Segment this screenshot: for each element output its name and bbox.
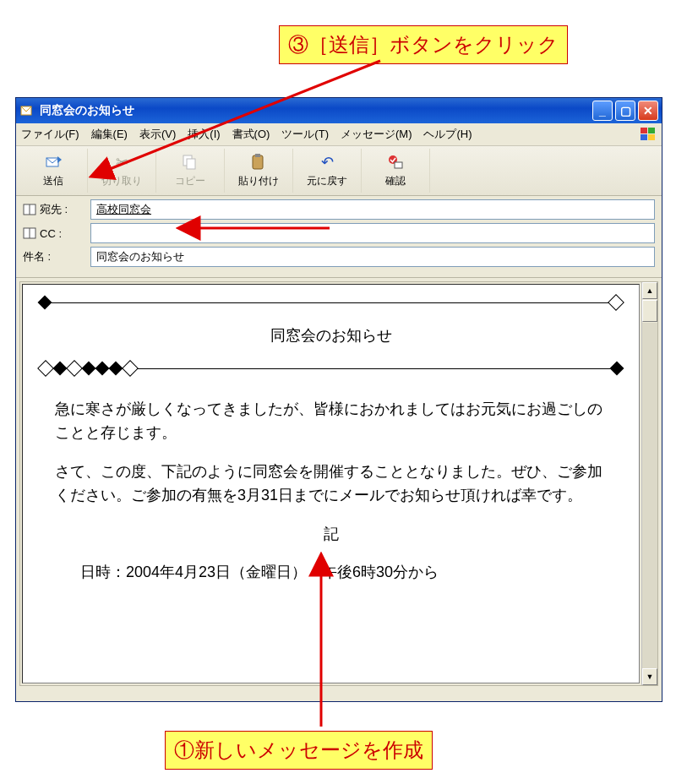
svg-rect-4 — [648, 134, 655, 140]
cut-label: 切り取り — [101, 174, 142, 188]
svg-rect-9 — [255, 154, 260, 157]
header-fields: 宛先 : 高校同窓会 CC : 件名 : 同窓会のお知らせ — [16, 196, 662, 278]
send-button[interactable]: 送信 — [19, 149, 88, 193]
undo-button[interactable]: ↶ 元に戻す — [293, 149, 362, 193]
subject-label: 件名 : — [23, 249, 90, 264]
copy-icon — [181, 153, 199, 172]
cc-label[interactable]: CC : — [23, 227, 90, 240]
vertical-scrollbar[interactable]: ▲ ▼ — [641, 282, 657, 685]
compose-window: 同窓会のお知らせ _ ▢ ✕ ファイル(F) 編集(E) 表示(V) 挿入(I)… — [15, 97, 662, 702]
cc-input[interactable] — [90, 223, 655, 243]
body-title: 同窓会のお知らせ — [38, 325, 624, 346]
statusbar — [16, 689, 662, 701]
menu-edit[interactable]: 編集(E) — [91, 127, 128, 142]
menu-message[interactable]: メッセージ(M) — [341, 127, 412, 142]
paste-button[interactable]: 貼り付け — [225, 149, 293, 193]
scroll-down-button[interactable]: ▼ — [642, 668, 657, 685]
menu-tools[interactable]: ツール(T) — [281, 127, 329, 142]
message-body[interactable]: 同窓会のお知らせ 急に寒さが厳しくなってきましたが、皆様におかれましてはお元気に… — [22, 284, 640, 683]
cut-button[interactable]: ✂ 切り取り — [88, 149, 156, 193]
windows-flag-icon — [640, 127, 657, 142]
svg-rect-3 — [641, 134, 647, 140]
copy-button[interactable]: コピー — [156, 149, 225, 193]
to-input[interactable]: 高校同窓会 — [90, 199, 655, 220]
window-title: 同窓会のお知らせ — [40, 103, 592, 118]
body-text: 急に寒さが厳しくなってきましたが、皆様におかれましてはお元気にお過ごしのことと存… — [38, 398, 624, 585]
subject-input[interactable]: 同窓会のお知らせ — [90, 247, 655, 267]
check-label: 確認 — [385, 174, 406, 188]
toolbar: 送信 ✂ 切り取り コピー 貼り付け ↶ 元に戻す — [16, 146, 662, 196]
maximize-button[interactable]: ▢ — [615, 101, 635, 121]
divider-top — [38, 297, 624, 308]
check-button[interactable]: 確認 — [362, 149, 430, 193]
menu-help[interactable]: ヘルプ(H) — [423, 127, 472, 142]
scroll-thumb[interactable] — [642, 300, 657, 322]
scroll-up-button[interactable]: ▲ — [642, 282, 657, 299]
address-book-icon — [23, 204, 36, 215]
svg-rect-1 — [641, 128, 647, 133]
copy-label: コピー — [175, 174, 205, 188]
paste-icon — [249, 153, 268, 172]
to-label[interactable]: 宛先 : — [23, 202, 90, 217]
menubar: ファイル(F) 編集(E) 表示(V) 挿入(I) 書式(O) ツール(T) メ… — [16, 123, 662, 146]
window-icon — [19, 103, 35, 118]
menu-file[interactable]: ファイル(F) — [21, 127, 79, 142]
send-icon — [44, 153, 63, 172]
paste-label: 貼り付け — [238, 174, 279, 188]
close-button[interactable]: ✕ — [638, 101, 658, 121]
svg-rect-7 — [187, 159, 195, 169]
send-label: 送信 — [43, 174, 63, 188]
divider-deco — [38, 362, 624, 374]
menu-insert[interactable]: 挿入(I) — [188, 127, 220, 142]
titlebar: 同窓会のお知らせ _ ▢ ✕ — [16, 98, 662, 123]
undo-icon: ↶ — [318, 153, 336, 172]
callout-step1: ①新しいメッセージを作成 — [165, 731, 433, 770]
svg-rect-8 — [253, 155, 263, 169]
menu-format[interactable]: 書式(O) — [232, 127, 270, 142]
svg-rect-11 — [395, 162, 402, 168]
callout-step3: ③［送信］ボタンをクリック — [279, 25, 568, 64]
check-icon — [386, 153, 405, 172]
minimize-button[interactable]: _ — [592, 101, 613, 121]
undo-label: 元に戻す — [307, 174, 347, 188]
cut-icon: ✂ — [112, 153, 131, 172]
address-book-icon — [23, 227, 36, 239]
svg-rect-2 — [648, 128, 655, 133]
menu-view[interactable]: 表示(V) — [139, 127, 176, 142]
